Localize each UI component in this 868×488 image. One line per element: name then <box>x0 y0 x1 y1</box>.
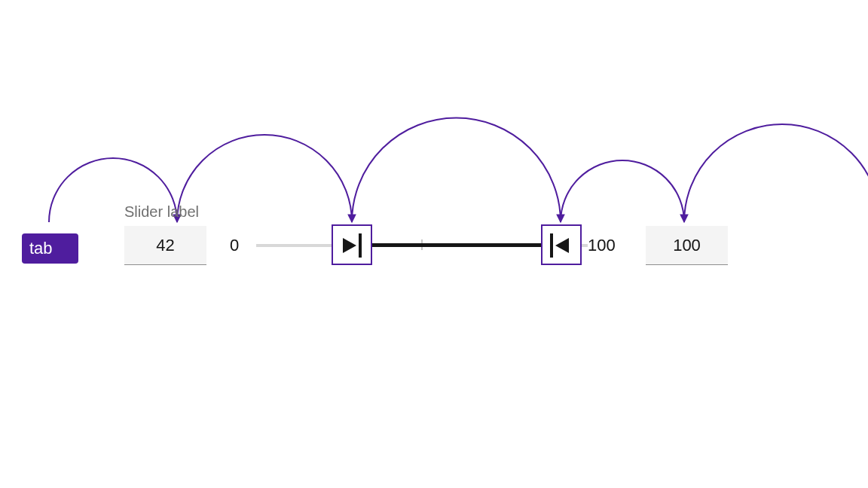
slider-max-label: 100 <box>588 236 616 255</box>
caret-left-filled-icon <box>555 238 569 253</box>
slider-value-right-text: 100 <box>646 226 728 265</box>
tab-button[interactable]: tab <box>22 233 78 264</box>
slider-thumb-bar-right <box>550 233 553 258</box>
caret-right-filled-icon <box>343 238 356 253</box>
slider-value-left-input[interactable]: 42 <box>124 226 206 265</box>
slider-min-label: 0 <box>230 236 239 255</box>
slider-value-right-input[interactable]: 100 <box>646 226 728 265</box>
slider-value-left-text: 42 <box>124 226 206 265</box>
slider-thumb-bar-left <box>359 233 362 258</box>
slider-label: Slider label <box>124 203 199 221</box>
slider-track-fill <box>353 243 565 247</box>
